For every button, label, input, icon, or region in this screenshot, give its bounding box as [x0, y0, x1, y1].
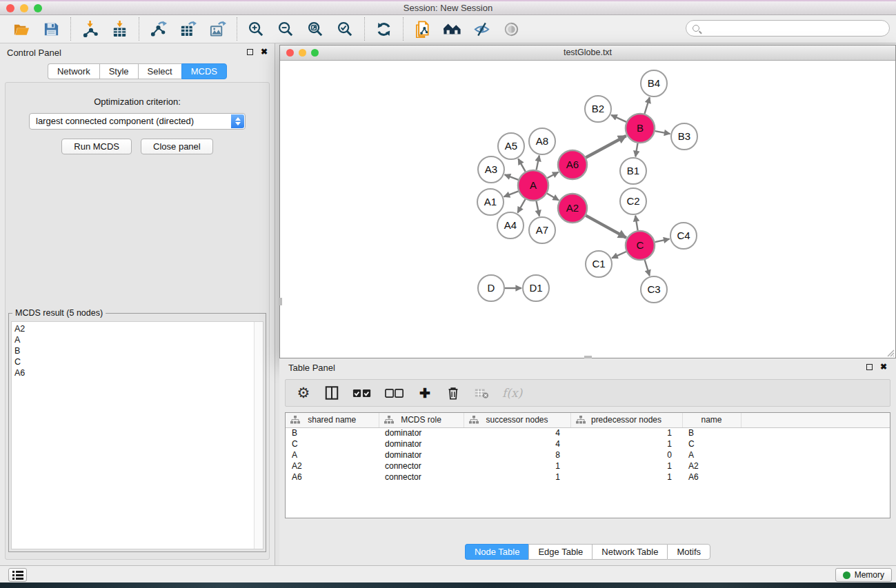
- edge-A-A5[interactable]: [518, 159, 525, 172]
- criterion-select[interactable]: largest connected component (directed): [29, 113, 246, 130]
- search-field[interactable]: [686, 20, 890, 37]
- zoom-selected-icon[interactable]: [336, 20, 355, 39]
- edge-A-A1[interactable]: [504, 191, 519, 196]
- node-A3[interactable]: A3: [478, 156, 504, 183]
- table-cell[interactable]: 1: [570, 438, 682, 449]
- result-item[interactable]: A: [14, 334, 263, 345]
- node-A5[interactable]: A5: [498, 133, 524, 159]
- edge-A2-C[interactable]: [586, 216, 626, 238]
- search-input[interactable]: [704, 23, 889, 34]
- node-B2[interactable]: B2: [585, 96, 611, 122]
- tab-select[interactable]: Select: [138, 63, 181, 79]
- node-C4[interactable]: C4: [670, 223, 697, 249]
- refresh-icon[interactable]: [375, 20, 393, 39]
- result-item[interactable]: A6: [14, 367, 263, 378]
- import-table-icon[interactable]: [110, 20, 129, 39]
- table-row[interactable]: A6connector11A6: [286, 472, 890, 483]
- edge-B-B4[interactable]: [645, 97, 650, 114]
- node-table[interactable]: shared nameMCDS rolesuccessor nodesprede…: [285, 412, 890, 518]
- edge-C-C1[interactable]: [612, 252, 626, 258]
- node-B4[interactable]: B4: [641, 70, 667, 97]
- table-cell[interactable]: 4: [464, 427, 570, 438]
- delete-row-icon[interactable]: [446, 384, 461, 402]
- node-A6[interactable]: A6: [558, 150, 587, 179]
- table-cell[interactable]: 1: [464, 460, 570, 472]
- table-cell[interactable]: A2: [286, 460, 379, 472]
- tab-motifs[interactable]: Motifs: [667, 544, 710, 560]
- run-mcds-button[interactable]: Run MCDS: [61, 139, 132, 154]
- save-session-icon[interactable]: [42, 20, 61, 39]
- network-view-window[interactable]: testGlobe.txt B4B2BB3B1A5A8A6A3AA1A4A7A2…: [279, 45, 896, 358]
- add-row-icon[interactable]: ✚: [417, 384, 432, 402]
- table-cell[interactable]: connector: [379, 472, 464, 483]
- edge-A-A7[interactable]: [537, 201, 539, 216]
- edge-C-C2[interactable]: [635, 216, 637, 231]
- table-cell[interactable]: dominator: [379, 449, 464, 460]
- settings-icon[interactable]: ⚙: [296, 384, 311, 402]
- node-B[interactable]: B: [626, 114, 655, 143]
- table-cell[interactable]: 0: [570, 449, 682, 460]
- table-close-panel-icon[interactable]: ✖: [880, 363, 887, 370]
- table-cell[interactable]: dominator: [379, 427, 464, 438]
- network-window-titlebar[interactable]: testGlobe.txt: [280, 45, 895, 61]
- table-cell[interactable]: 8: [464, 449, 570, 460]
- network-minimize-button[interactable]: [299, 49, 306, 57]
- table-float-panel-icon[interactable]: [866, 364, 873, 370]
- node-D[interactable]: D: [478, 275, 504, 301]
- table-row[interactable]: A2connector11A2: [286, 460, 890, 472]
- close-panel-button[interactable]: Close panel: [141, 139, 213, 154]
- memory-button[interactable]: Memory: [835, 568, 892, 582]
- node-B1[interactable]: B1: [620, 158, 646, 184]
- edge-C-C4[interactable]: [655, 239, 670, 243]
- table-cell[interactable]: connector: [379, 460, 464, 472]
- zoom-window-button[interactable]: [34, 4, 42, 12]
- table-cell[interactable]: C: [682, 438, 741, 449]
- node-C[interactable]: C: [626, 231, 655, 260]
- minimize-window-button[interactable]: [20, 4, 28, 12]
- edge-A6-B[interactable]: [586, 136, 626, 158]
- column-header-predecessor-nodes[interactable]: predecessor nodes: [570, 413, 682, 427]
- table-cell[interactable]: 1: [570, 427, 682, 438]
- tab-edge-table[interactable]: Edge Table: [528, 544, 592, 560]
- network-graph[interactable]: B4B2BB3B1A5A8A6A3AA1A4A7A2C2C4CC1C3DD1: [280, 61, 895, 358]
- table-cell[interactable]: B: [682, 427, 741, 438]
- resize-grip-icon[interactable]: [886, 348, 895, 357]
- result-item[interactable]: A2: [14, 323, 263, 334]
- table-cell[interactable]: A: [682, 449, 741, 460]
- table-row[interactable]: Cdominator41C: [286, 438, 890, 449]
- edge-A-A3[interactable]: [505, 174, 519, 180]
- node-B3[interactable]: B3: [671, 123, 697, 150]
- column-header-name[interactable]: name: [682, 413, 741, 427]
- table-cell[interactable]: A2: [682, 460, 741, 472]
- zoom-in-icon[interactable]: [247, 20, 266, 39]
- node-A1[interactable]: A1: [477, 189, 504, 215]
- network-zoom-button[interactable]: [311, 49, 319, 57]
- column-header-successor-nodes[interactable]: successor nodes: [464, 413, 570, 427]
- table-row[interactable]: Bdominator41B: [286, 427, 890, 438]
- table-cell[interactable]: 1: [464, 472, 570, 483]
- select-all-icon[interactable]: [352, 384, 372, 402]
- edge-A-A8[interactable]: [537, 156, 539, 170]
- edge-A-A6[interactable]: [547, 172, 558, 179]
- column-header-MCDS-role[interactable]: MCDS role: [379, 413, 464, 427]
- export-network-icon[interactable]: [149, 20, 168, 39]
- node-A7[interactable]: A7: [529, 217, 555, 243]
- node-C1[interactable]: C1: [586, 251, 612, 277]
- edge-B-B3[interactable]: [655, 131, 670, 134]
- node-C3[interactable]: C3: [641, 276, 667, 303]
- zoom-fit-icon[interactable]: [306, 20, 325, 39]
- edge-A-A2[interactable]: [547, 194, 559, 201]
- open-file-icon[interactable]: [12, 20, 31, 39]
- tab-node-table[interactable]: Node Table: [465, 544, 529, 560]
- table-cell[interactable]: 4: [464, 438, 570, 449]
- table-cell[interactable]: A6: [286, 472, 379, 483]
- node-C2[interactable]: C2: [620, 188, 646, 214]
- home-icon[interactable]: [443, 20, 461, 39]
- tab-network-table[interactable]: Network Table: [592, 544, 667, 560]
- tab-network[interactable]: Network: [48, 63, 99, 79]
- table-cell[interactable]: A6: [682, 472, 741, 483]
- edge-B-B1[interactable]: [635, 143, 637, 157]
- float-panel-icon[interactable]: [247, 49, 253, 55]
- table-cell[interactable]: 1: [570, 460, 682, 472]
- result-item[interactable]: C: [14, 356, 263, 367]
